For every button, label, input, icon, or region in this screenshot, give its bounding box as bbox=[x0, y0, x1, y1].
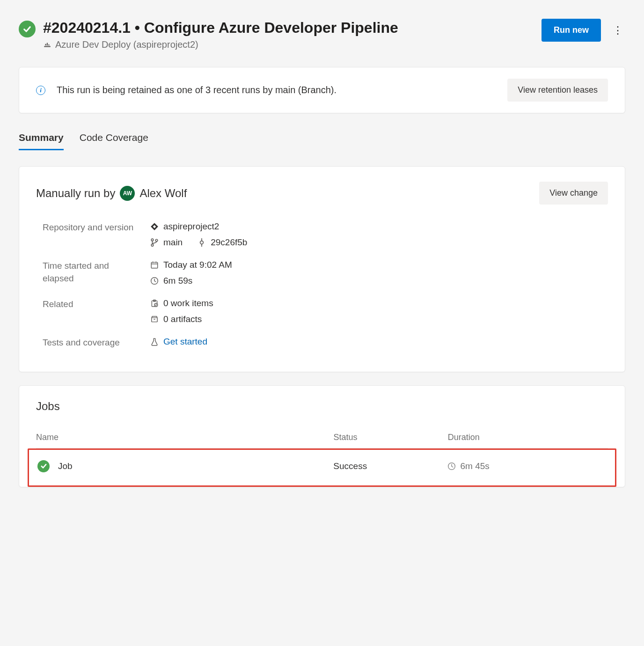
run-by-prefix: Manually run by bbox=[36, 187, 115, 200]
artifacts[interactable]: 0 artifacts bbox=[163, 314, 202, 324]
more-actions-button[interactable]: ⋮ bbox=[610, 23, 625, 38]
svg-rect-3 bbox=[48, 44, 49, 45]
label-related: Related bbox=[43, 298, 141, 324]
col-status[interactable]: Status bbox=[333, 427, 447, 448]
job-status: Success bbox=[333, 450, 447, 483]
started-at: Today at 9:02 AM bbox=[163, 260, 232, 270]
page-title: #20240214.1 • Configure Azure Developer … bbox=[43, 19, 398, 37]
jobs-card: Jobs Name Status Duration Job bbox=[19, 385, 625, 487]
repo-icon bbox=[150, 222, 159, 231]
svg-rect-1 bbox=[45, 44, 46, 45]
job-name: Job bbox=[58, 461, 73, 471]
tab-bar: Summary Code Coverage bbox=[19, 132, 625, 150]
tab-summary[interactable]: Summary bbox=[19, 132, 64, 150]
tests-get-started-link[interactable]: Get started bbox=[163, 337, 207, 347]
svg-rect-0 bbox=[44, 46, 51, 47]
run-by-row: Manually run by AW Alex Wolf bbox=[36, 186, 187, 201]
page-header: #20240214.1 • Configure Azure Developer … bbox=[19, 19, 625, 50]
run-by-name[interactable]: Alex Wolf bbox=[139, 187, 187, 200]
branch-name[interactable]: main bbox=[163, 237, 183, 248]
svg-rect-18 bbox=[152, 318, 157, 322]
svg-point-4 bbox=[151, 239, 154, 242]
jobs-table: Name Status Duration bbox=[36, 427, 608, 448]
elapsed: 6m 59s bbox=[163, 276, 192, 286]
retention-message: This run is being retained as one of 3 r… bbox=[57, 85, 337, 95]
artifacts-icon bbox=[150, 315, 159, 323]
svg-point-7 bbox=[200, 241, 204, 244]
work-items-icon bbox=[150, 299, 159, 308]
work-items[interactable]: 0 work items bbox=[163, 298, 213, 308]
svg-rect-2 bbox=[47, 43, 48, 45]
beaker-icon bbox=[150, 338, 159, 346]
success-icon bbox=[37, 460, 50, 472]
svg-rect-10 bbox=[151, 263, 158, 268]
branch-icon bbox=[150, 238, 159, 247]
tab-code-coverage[interactable]: Code Coverage bbox=[80, 132, 148, 150]
pipeline-name[interactable]: Azure Dev Deploy (aspireproject2) bbox=[55, 39, 198, 50]
label-repository: Repository and version bbox=[43, 221, 141, 248]
retention-banner: i This run is being retained as one of 3… bbox=[19, 67, 625, 113]
label-time: Time started and elapsed bbox=[43, 260, 141, 286]
title-block: #20240214.1 • Configure Azure Developer … bbox=[19, 19, 398, 50]
jobs-title: Jobs bbox=[36, 400, 608, 413]
view-change-button[interactable]: View change bbox=[539, 182, 608, 205]
summary-card: Manually run by AW Alex Wolf View change… bbox=[19, 166, 625, 372]
commit-icon bbox=[198, 238, 206, 247]
commit-hash[interactable]: 29c26f5b bbox=[211, 237, 247, 248]
repo-name[interactable]: aspireproject2 bbox=[163, 221, 219, 232]
job-duration: 6m 45s bbox=[461, 461, 490, 471]
view-retention-button[interactable]: View retention leases bbox=[507, 79, 608, 102]
run-new-button[interactable]: Run new bbox=[542, 19, 601, 42]
calendar-icon bbox=[150, 261, 159, 269]
highlight-annotation: Job Success 6m 45s bbox=[28, 448, 616, 487]
avatar[interactable]: AW bbox=[120, 186, 135, 201]
col-name[interactable]: Name bbox=[36, 427, 333, 448]
label-tests: Tests and coverage bbox=[43, 337, 141, 349]
info-icon: i bbox=[36, 86, 45, 95]
svg-point-5 bbox=[151, 244, 154, 247]
table-row[interactable]: Job Success 6m 45s bbox=[37, 450, 607, 483]
svg-point-6 bbox=[155, 240, 158, 242]
col-duration[interactable]: Duration bbox=[448, 427, 608, 448]
pipeline-icon bbox=[43, 41, 51, 49]
clock-icon bbox=[447, 462, 456, 470]
clock-icon bbox=[150, 277, 159, 285]
success-icon bbox=[19, 21, 36, 37]
